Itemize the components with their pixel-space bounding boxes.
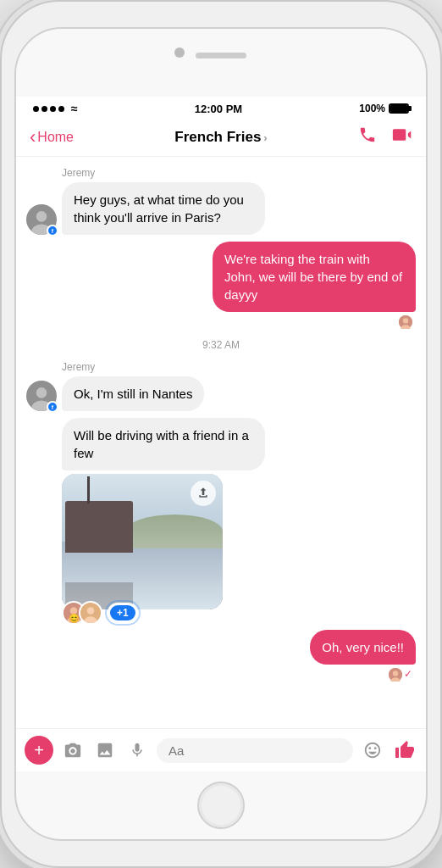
message-row-3: f Ok, I'm still in Nantes [26, 376, 416, 411]
emoji-button[interactable] [360, 737, 385, 763]
wifi-icon: ≈ [71, 102, 78, 115]
photo-message[interactable] [62, 474, 223, 609]
input-bar: + [16, 728, 426, 771]
message-bubble-3: Ok, I'm still in Nantes [62, 376, 204, 411]
scene-building [65, 501, 133, 553]
camera-button[interactable] [60, 737, 86, 763]
phone-device: ≈ 12:00 PM 100% ‹ Home French Fries [0, 0, 442, 868]
battery-percent: 100% [359, 103, 385, 114]
dot-3 [50, 106, 56, 112]
svg-point-4 [403, 318, 408, 323]
sender-name-jeremy-2: Jeremy [62, 361, 416, 373]
screen: ≈ 12:00 PM 100% ‹ Home French Fries [16, 97, 426, 771]
message-bubble-2: We're taking the train with John, we wil… [213, 242, 416, 312]
messenger-icon-2: f [52, 404, 53, 410]
message-group-5: Oh, very nice!! ✓ [26, 630, 416, 682]
nav-title[interactable]: French Fries › [157, 129, 285, 146]
back-arrow-icon: ‹ [30, 126, 36, 148]
nav-bar: ‹ Home French Fries › [16, 119, 426, 157]
messages-area[interactable]: Jeremy [16, 157, 426, 728]
message-bubble-5: Oh, very nice!! [310, 630, 416, 665]
message-row-2: We're taking the train with John, we wil… [26, 242, 416, 312]
reaction-count-text: +1 [117, 607, 129, 619]
speaker [196, 53, 246, 58]
dot-4 [58, 106, 64, 112]
status-time: 12:00 PM [195, 103, 242, 115]
mic-button[interactable] [124, 737, 150, 763]
messenger-icon-1: f [52, 228, 53, 234]
messenger-badge-2: f [47, 401, 58, 413]
message-text-1: Hey guys, at what time do you think you'… [74, 192, 244, 225]
title-chevron-icon: › [263, 131, 267, 144]
message-input-wrap[interactable] [157, 738, 353, 763]
message-text-5: Oh, very nice!! [322, 640, 404, 654]
reaction-area[interactable]: 😊 +1 [62, 599, 416, 626]
dot-2 [41, 106, 47, 112]
message-row-4: Will be driving with a friend in a few [26, 418, 416, 470]
reaction-count-badge[interactable]: +1 [108, 603, 138, 623]
sender-name-jeremy-1: Jeremy [62, 167, 416, 179]
read-receipt-1 [26, 315, 412, 329]
signal-area: ≈ [33, 102, 78, 115]
message-group-1: Jeremy [26, 167, 416, 238]
read-avatar-icon-2 [389, 668, 402, 682]
svg-point-10 [70, 607, 78, 615]
add-button[interactable]: + [25, 736, 53, 765]
thumbs-up-button[interactable] [392, 737, 417, 763]
svg-point-17 [393, 670, 398, 676]
reactor-avatar-2 [79, 601, 102, 625]
svg-point-14 [87, 607, 95, 615]
scene-mast [87, 476, 90, 504]
conversation-title: French Fries [174, 129, 261, 146]
battery-fill [390, 105, 407, 112]
home-button[interactable] [197, 782, 245, 829]
message-text-2: We're taking the train with John, we wil… [224, 252, 402, 302]
message-bubble-1: Hey guys, at what time do you think you'… [62, 182, 265, 235]
message-bubble-4: Will be driving with a friend in a few [62, 418, 265, 470]
phone-top-bar [16, 29, 426, 97]
scene-trees [126, 515, 223, 548]
message-text-3: Ok, I'm still in Nantes [74, 387, 192, 401]
svg-point-1 [36, 211, 47, 222]
back-button[interactable]: ‹ Home [30, 126, 157, 148]
timestamp-1: 9:32 AM [26, 339, 416, 351]
message-group-4: Will be driving with a friend in a few [26, 418, 416, 626]
message-row-5: Oh, very nice!! [26, 630, 416, 665]
message-input[interactable] [169, 743, 341, 758]
svg-point-7 [36, 387, 47, 398]
battery-icon [389, 103, 409, 114]
status-bar: ≈ 12:00 PM 100% [16, 97, 426, 119]
read-avatar-icon [399, 315, 412, 329]
call-button[interactable] [358, 125, 377, 149]
share-photo-button[interactable] [191, 481, 216, 506]
video-call-button[interactable] [392, 125, 412, 149]
message-group-3: Jeremy f [26, 361, 416, 415]
message-text-4: Will be driving with a friend in a few [74, 428, 249, 460]
back-label: Home [37, 130, 74, 145]
dot-1 [33, 106, 39, 112]
avatar-jeremy-1: f [26, 204, 57, 235]
read-receipt-2: ✓ [26, 668, 412, 682]
svg-text:😊: 😊 [69, 613, 80, 624]
avatar-jeremy-2: f [26, 381, 57, 411]
gallery-button[interactable] [92, 737, 118, 763]
message-group-2: We're taking the train with John, we wil… [26, 242, 416, 329]
plus-icon: + [34, 741, 44, 760]
read-check-icon: ✓ [404, 668, 412, 682]
messenger-badge-1: f [47, 225, 58, 236]
front-camera [174, 47, 185, 58]
message-row-1: f Hey guys, at what time do you think yo… [26, 182, 416, 235]
nav-actions [285, 125, 412, 149]
signal-dots [33, 106, 64, 112]
phone-frame: ≈ 12:00 PM 100% ‹ Home French Fries [14, 27, 428, 841]
status-battery-area: 100% [359, 103, 409, 114]
